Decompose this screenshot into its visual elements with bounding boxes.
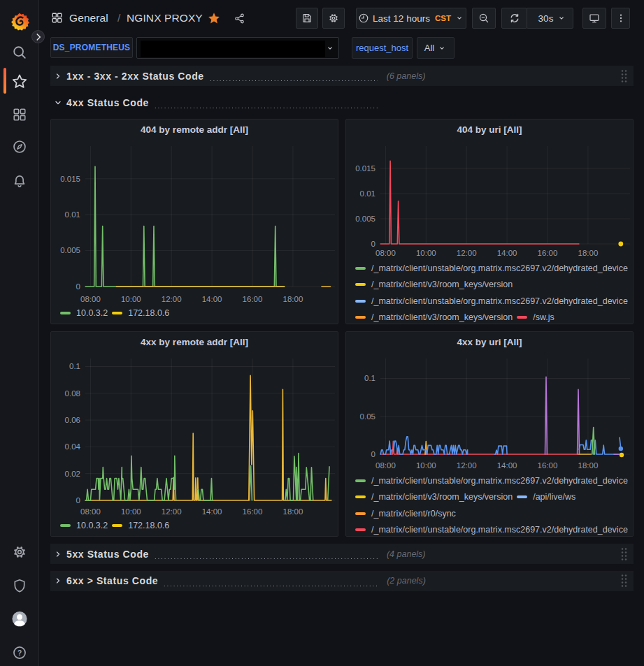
- svg-text:08:00: 08:00: [80, 295, 101, 303]
- svg-text:0.005: 0.005: [355, 215, 375, 223]
- svg-text:0.015: 0.015: [355, 164, 375, 173]
- svg-text:08:00: 08:00: [375, 249, 396, 257]
- svg-text:0.01: 0.01: [360, 189, 375, 198]
- svg-text:0.06: 0.06: [65, 416, 80, 424]
- svg-text:0.01: 0.01: [65, 210, 80, 219]
- svg-text:18:00: 18:00: [578, 461, 599, 470]
- svg-text:12:00: 12:00: [457, 249, 477, 257]
- svg-text:12:00: 12:00: [162, 507, 182, 516]
- svg-text:0: 0: [76, 282, 80, 291]
- svg-text:10:00: 10:00: [121, 507, 141, 516]
- svg-text:14:00: 14:00: [202, 295, 222, 303]
- svg-text:16:00: 16:00: [538, 249, 558, 257]
- svg-text:14:00: 14:00: [497, 461, 517, 470]
- svg-text:16:00: 16:00: [243, 295, 263, 303]
- svg-text:0.1: 0.1: [69, 362, 80, 370]
- svg-text:0.04: 0.04: [65, 442, 81, 451]
- svg-text:16:00: 16:00: [538, 461, 558, 470]
- svg-text:0.02: 0.02: [65, 470, 80, 478]
- svg-text:0.05: 0.05: [360, 412, 375, 421]
- svg-text:10:00: 10:00: [416, 249, 436, 257]
- svg-text:08:00: 08:00: [80, 507, 101, 516]
- svg-text:14:00: 14:00: [202, 507, 222, 516]
- svg-text:0.005: 0.005: [60, 246, 80, 254]
- svg-text:14:00: 14:00: [497, 249, 517, 257]
- svg-text:12:00: 12:00: [162, 295, 182, 303]
- svg-text:0: 0: [76, 496, 80, 505]
- svg-text:08:00: 08:00: [375, 461, 396, 470]
- svg-text:?: ?: [17, 649, 21, 657]
- svg-text:18:00: 18:00: [578, 249, 599, 257]
- svg-text:0.08: 0.08: [65, 389, 80, 398]
- svg-text:10:00: 10:00: [121, 295, 141, 303]
- svg-text:16:00: 16:00: [243, 507, 263, 516]
- svg-text:18:00: 18:00: [283, 295, 303, 303]
- svg-text:0: 0: [371, 240, 375, 248]
- svg-text:0.1: 0.1: [364, 374, 375, 382]
- svg-text:0: 0: [371, 450, 375, 458]
- svg-text:18:00: 18:00: [283, 507, 303, 516]
- svg-text:10:00: 10:00: [416, 461, 436, 470]
- svg-text:0.015: 0.015: [60, 175, 80, 183]
- svg-text:12:00: 12:00: [457, 461, 477, 470]
